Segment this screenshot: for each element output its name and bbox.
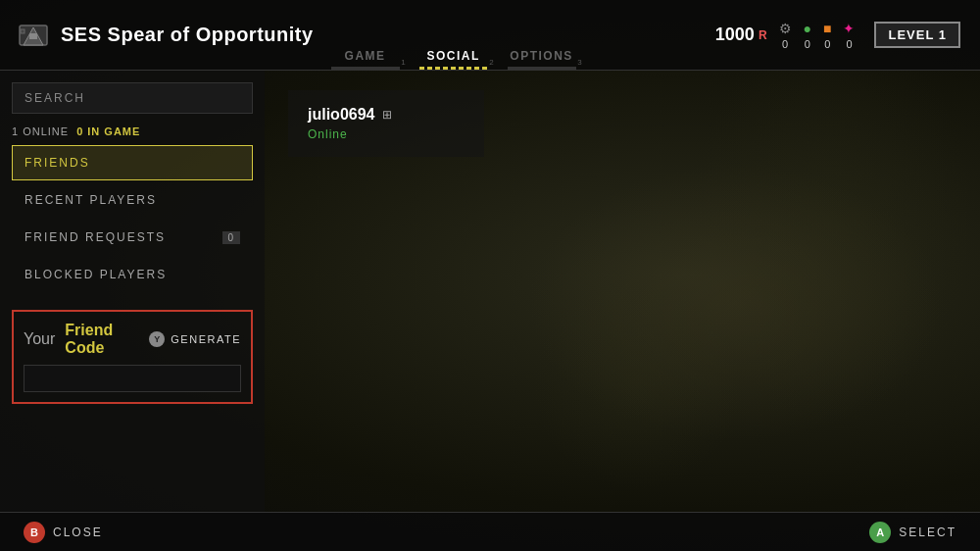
select-label: SELECT — [899, 526, 956, 539]
friend-code-input[interactable] — [24, 365, 241, 392]
b-button-icon: B — [24, 522, 45, 543]
tab-social-line — [419, 67, 488, 70]
tab-options[interactable]: OPTIONS 3 — [498, 45, 586, 70]
y-button-icon: Y — [149, 331, 165, 347]
search-box[interactable]: SEARCH — [12, 82, 253, 114]
pink-icon: ✦ — [843, 21, 855, 36]
right-content: julio0694 ⊞ Online — [265, 71, 980, 512]
close-label: CLOSE — [53, 526, 103, 539]
online-status: 1 ONLINE 0 IN GAME — [12, 122, 253, 145]
medal-icon: ⚙ — [779, 21, 792, 36]
svg-rect-3 — [21, 29, 24, 33]
player-card: julio0694 ⊞ Online — [288, 90, 484, 157]
level-badge: Level 1 — [874, 22, 960, 48]
orange-icon: ■ — [823, 21, 831, 36]
nav-item-friend-requests[interactable]: FRIEND REQUESTS 0 — [12, 220, 253, 255]
player-name: julio0694 — [308, 106, 374, 124]
friend-code-section: Your Friend Code Y GENERATE — [12, 310, 253, 404]
main-content: SEARCH 1 ONLINE 0 IN GAME FRIENDS RECENT… — [0, 71, 980, 512]
svg-rect-2 — [29, 33, 37, 39]
stat-col-4: ✦ 0 — [843, 21, 855, 50]
tabs-row: GAME 1 SOCIAL 2 OPTIONS 3 — [321, 45, 586, 70]
tab-game-line — [331, 67, 400, 70]
nav-item-recent-players[interactable]: RECENT PLAYERS — [12, 182, 253, 218]
requisition-stat: 1000 R — [715, 25, 767, 45]
player-name-row: julio0694 ⊞ — [308, 106, 465, 124]
tab-options-line — [508, 67, 576, 70]
generate-button[interactable]: Y GENERATE — [149, 331, 241, 347]
platform-icon: ⊞ — [382, 108, 392, 122]
select-hint[interactable]: A SELECT — [869, 522, 956, 543]
nav-item-blocked-players[interactable]: BLOCKED PLAYERS — [12, 257, 253, 292]
stat-col-1: ⚙ 0 — [779, 21, 792, 50]
stat-col-3: ■ 0 — [823, 21, 831, 50]
a-button-icon: A — [869, 522, 891, 543]
tab-social[interactable]: SOCIAL 2 — [410, 45, 498, 70]
stat-col-2: ● 0 — [804, 21, 811, 50]
title-section: SES Spear of Opportunity — [8, 0, 321, 70]
nav-item-friends[interactable]: FRIENDS — [12, 145, 253, 180]
close-hint[interactable]: B CLOSE — [24, 522, 103, 543]
player-status: Online — [308, 127, 465, 141]
app-title: SES Spear of Opportunity — [61, 24, 314, 46]
top-bar: SES Spear of Opportunity GAME 1 SOCIAL 2… — [0, 0, 980, 71]
bottom-bar: B CLOSE A SELECT — [0, 512, 980, 551]
left-panel: SEARCH 1 ONLINE 0 IN GAME FRIENDS RECENT… — [0, 71, 265, 512]
stats-bar: 1000 R ⚙ 0 ● 0 ■ 0 ✦ 0 Level 1 — [704, 0, 972, 70]
green-icon: ● — [804, 21, 811, 36]
ship-icon — [16, 18, 51, 53]
tab-game[interactable]: GAME 1 — [321, 45, 410, 70]
friend-code-label-row: Your Friend Code Y GENERATE — [24, 322, 241, 357]
